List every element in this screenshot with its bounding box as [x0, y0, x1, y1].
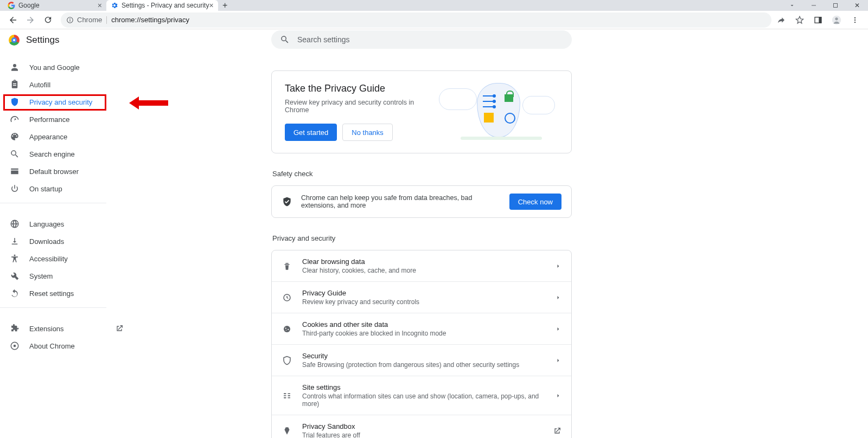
tab-settings[interactable]: Settings - Privacy and security × — [106, 0, 218, 11]
chevron-right-icon — [555, 263, 561, 269]
minimize-icon[interactable] — [803, 0, 825, 11]
toolbar: Chrome chrome://settings/privacy — [0, 11, 868, 29]
sidebar-item-you-and-google[interactable]: You and Google — [0, 59, 132, 76]
svg-point-11 — [854, 21, 856, 22]
sidebar-item-label: Reset settings — [29, 289, 74, 298]
sidebar-item-label: You and Google — [29, 63, 80, 72]
close-icon[interactable]: × — [98, 1, 102, 10]
privacy-guide-card: Take the Privacy Guide Review key privac… — [271, 70, 572, 153]
safety-check-card: Chrome can help keep you safe from data … — [271, 185, 572, 218]
tab-label: Google — [18, 2, 40, 9]
forward-button[interactable] — [24, 14, 37, 27]
sidebar: Settings You and GoogleAutofillPrivacy a… — [0, 29, 132, 438]
a11y-icon — [10, 254, 20, 263]
row-title: Security — [302, 352, 545, 360]
sidebar-item-reset-settings[interactable]: Reset settings — [0, 285, 132, 302]
row-icon — [282, 356, 292, 365]
privacy-row-cookies-and-other-site-data[interactable]: Cookies and other site dataThird-party c… — [272, 313, 571, 344]
sidebar-item-label: About Chrome — [29, 342, 75, 350]
svg-point-21 — [284, 397, 285, 398]
privacy-row-security[interactable]: SecuritySafe Browsing (protection from d… — [272, 344, 571, 376]
sidebar-item-about-chrome[interactable]: About Chrome — [0, 337, 132, 355]
sidebar-separator — [0, 307, 106, 308]
guide-subtitle: Review key privacy and security controls… — [285, 99, 439, 114]
site-info-icon[interactable] — [66, 16, 74, 24]
row-title: Clear browsing data — [302, 257, 545, 266]
shield-check-icon — [282, 196, 292, 207]
row-subtitle: Safe Browsing (protection from dangerous… — [302, 361, 545, 369]
sidebar-nav-secondary: LanguagesDownloadsAccessibilitySystemRes… — [0, 208, 132, 302]
svg-point-18 — [286, 330, 287, 331]
search-icon — [280, 35, 290, 44]
puzzle-icon — [10, 324, 20, 333]
row-title: Cookies and other site data — [302, 320, 545, 328]
sidebar-item-languages[interactable]: Languages — [0, 215, 132, 233]
privacy-row-clear-browsing-data[interactable]: Clear browsing dataClear history, cookie… — [272, 250, 571, 281]
annotation-highlight — [3, 94, 106, 111]
newtab-button[interactable]: + — [218, 0, 232, 12]
sidebar-nav-tertiary: ExtensionsAbout Chrome — [0, 312, 132, 355]
row-icon — [282, 261, 292, 271]
tabsearch-icon[interactable] — [781, 0, 803, 11]
svg-point-16 — [285, 327, 286, 328]
row-icon — [282, 391, 292, 401]
sidebar-nav-primary: You and GoogleAutofillPrivacy and securi… — [0, 51, 132, 197]
svg-point-10 — [854, 19, 856, 20]
privacy-row-privacy-guide[interactable]: Privacy GuideReview key privacy and secu… — [272, 281, 571, 313]
power-icon — [10, 184, 20, 194]
tab-google[interactable]: Google × — [3, 0, 106, 11]
sidebar-item-performance[interactable]: Performance — [0, 111, 132, 128]
privacy-row-site-settings[interactable]: Site settingsControls what information s… — [272, 376, 571, 415]
tab-strip: Google × Settings - Privacy and security… — [0, 0, 868, 11]
sidebar-item-on-startup[interactable]: On startup — [0, 180, 132, 197]
window-controls: ✕ — [781, 0, 868, 11]
svg-point-19 — [284, 393, 285, 394]
row-title: Privacy Sandbox — [302, 422, 543, 430]
sidebar-item-label: Appearance — [29, 133, 67, 141]
sidebar-item-autofill[interactable]: Autofill — [0, 76, 132, 93]
sidebar-item-downloads[interactable]: Downloads — [0, 233, 132, 250]
safety-check-text: Chrome can help keep you safe from data … — [301, 194, 501, 209]
menu-icon[interactable] — [850, 15, 860, 25]
reload-button[interactable] — [41, 14, 54, 27]
get-started-button[interactable]: Get started — [285, 124, 337, 141]
chrome-logo-icon — [9, 35, 20, 46]
bookmark-icon[interactable] — [794, 15, 805, 25]
row-icon — [282, 293, 292, 302]
sidebar-item-accessibility[interactable]: Accessibility — [0, 250, 132, 267]
privacy-row-privacy-sandbox[interactable]: Privacy SandboxTrial features are off — [272, 415, 571, 438]
share-icon[interactable] — [776, 15, 787, 25]
sidebar-item-label: Languages — [29, 220, 64, 228]
guide-title: Take the Privacy Guide — [285, 83, 439, 94]
settings-search[interactable]: Search settings — [271, 30, 572, 49]
row-subtitle: Controls what information sites can use … — [302, 392, 545, 408]
chevron-right-icon — [555, 392, 561, 399]
sidebar-item-label: Autofill — [29, 81, 50, 89]
chrome-icon — [10, 341, 20, 351]
sidebar-item-search-engine[interactable]: Search engine — [0, 145, 132, 163]
svg-point-15 — [284, 326, 290, 332]
gear-favicon-icon — [111, 2, 118, 9]
address-bar[interactable]: Chrome chrome://settings/privacy — [61, 12, 771, 28]
svg-rect-1 — [834, 4, 838, 8]
row-subtitle: Clear history, cookies, cache, and more — [302, 267, 545, 274]
profile-icon[interactable] — [831, 15, 842, 25]
sidebar-item-label: On startup — [29, 185, 62, 193]
sidebar-item-label: Downloads — [29, 237, 64, 246]
sidebar-item-default-browser[interactable]: Default browser — [0, 163, 132, 180]
url-text: chrome://settings/privacy — [111, 16, 189, 24]
sidebar-item-extensions[interactable]: Extensions — [0, 320, 132, 337]
globe-icon — [10, 219, 20, 229]
row-title: Privacy Guide — [302, 289, 545, 297]
maximize-icon[interactable] — [825, 0, 846, 11]
search-icon — [10, 149, 20, 159]
sidebar-item-system[interactable]: System — [0, 267, 132, 285]
sidepanel-icon[interactable] — [813, 15, 824, 25]
google-favicon-icon — [8, 2, 15, 9]
no-thanks-button[interactable]: No thanks — [342, 124, 393, 141]
back-button[interactable] — [7, 14, 20, 27]
close-icon[interactable]: × — [209, 1, 213, 10]
sidebar-item-appearance[interactable]: Appearance — [0, 128, 132, 145]
window-close-icon[interactable]: ✕ — [846, 0, 868, 11]
check-now-button[interactable]: Check now — [509, 194, 561, 210]
